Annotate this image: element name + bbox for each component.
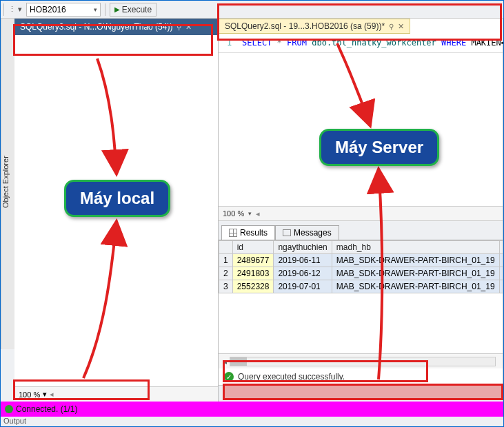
- cell-madh: MAB_SDK-DRAWER-PART-BIRCH_01_19: [332, 280, 499, 293]
- tab-messages[interactable]: Messages: [275, 225, 339, 240]
- scroll-left-icon[interactable]: ◂: [50, 390, 54, 399]
- cell-ngay: 2019-06-12: [274, 267, 332, 280]
- cell-id: 2491803: [232, 267, 274, 280]
- left-zoom-bar: 100 % ▾ ◂: [14, 386, 218, 402]
- connection-status-bar: Connected. (1/1): [1, 402, 503, 417]
- toolbar: ⋮ ▾ HOB2016 ▾ ▶ Execute: [1, 1, 503, 19]
- tab-title: SQLQuery2.sql - 19...3.HOB2016 (sa (59))…: [225, 21, 385, 31]
- message-icon: [283, 229, 291, 236]
- star: *: [277, 38, 282, 48]
- cell-m: 6: [499, 267, 503, 280]
- toolbar-sep: [3, 3, 4, 16]
- sql-editor[interactable]: 1 SELECT * FROM dbo.tbl_nhatky_workcente…: [219, 35, 503, 53]
- close-icon[interactable]: ✕: [398, 22, 404, 31]
- right-bottom-strip: [219, 385, 503, 402]
- col-rownum[interactable]: [219, 241, 233, 254]
- result-tabs: Results Messages: [219, 221, 503, 240]
- cell-ngay: 2019-06-11: [274, 254, 332, 267]
- cell-rownum: 3: [219, 280, 233, 293]
- check-icon: ✓: [224, 372, 234, 382]
- pin-icon[interactable]: ⚲: [389, 23, 394, 30]
- grid-icon: [229, 229, 237, 237]
- cell-id: 2552328: [232, 280, 274, 293]
- cell-rownum: 1: [219, 254, 233, 267]
- right-zoom-bar: 100 % ▾ ◂: [219, 206, 503, 221]
- scroll-left-icon[interactable]: ◂: [223, 357, 227, 366]
- tab-messages-label: Messages: [294, 228, 332, 238]
- cell-ngay: 2019-07-01: [274, 280, 332, 293]
- tab-results[interactable]: Results: [221, 225, 275, 240]
- cell-m: 6: [499, 280, 503, 293]
- object-explorer-label: Object Explorer: [1, 156, 10, 208]
- col-ngaythuchien[interactable]: ngaythuchien: [274, 241, 332, 254]
- execute-label: Execute: [122, 5, 152, 14]
- query-status-bar: ✓ Query executed successfully.: [219, 368, 503, 385]
- chevron-down-icon[interactable]: ▾: [43, 390, 47, 399]
- scrollbar-track[interactable]: [230, 357, 496, 366]
- connection-ok-icon: [5, 405, 13, 413]
- left-pane: SQLQuery3.sql - N...O\NguyenThao (54)) ⚲…: [14, 19, 219, 402]
- left-tabbar: SQLQuery3.sql - N...O\NguyenThao (54)) ⚲…: [14, 19, 218, 35]
- cell-id: 2489677: [232, 254, 274, 267]
- tab-sqlquery2[interactable]: SQLQuery2.sql - 19...3.HOB2016 (sa (59))…: [219, 19, 410, 34]
- kw-where: WHERE: [441, 38, 466, 48]
- kw-select: SELECT: [242, 38, 272, 48]
- toolbar-leading-icons: ⋮ ▾: [8, 5, 22, 14]
- table-row[interactable]: 325523282019-07-01MAB_SDK-DRAWER-PART-BI…: [219, 280, 503, 293]
- sql-col: MAKIEN: [471, 38, 501, 48]
- object-explorer-tab[interactable]: Object Explorer: [1, 19, 14, 349]
- close-icon[interactable]: ✕: [185, 23, 192, 32]
- scrollbar-thumb[interactable]: [230, 357, 247, 366]
- cell-madh: MAB_SDK-DRAWER-PART-BIRCH_01_19: [332, 254, 499, 267]
- tab-results-label: Results: [240, 228, 268, 238]
- database-dropdown-value: HOB2016: [30, 5, 66, 14]
- output-panel-label[interactable]: Output: [3, 417, 26, 426]
- query-status-text: Query executed successfully.: [238, 372, 345, 382]
- results-grid[interactable]: id ngaythuchien madh_hb m 124896772019-0…: [219, 240, 503, 353]
- cell-rownum: 2: [219, 267, 233, 280]
- play-icon: ▶: [114, 6, 120, 13]
- right-tabbar: SQLQuery2.sql - 19...3.HOB2016 (sa (59))…: [219, 19, 503, 35]
- sql-object: dbo.tbl_nhatky_workcenter: [312, 38, 436, 48]
- cell-m: 6: [499, 254, 503, 267]
- line-number: 1: [227, 38, 232, 48]
- table-row[interactable]: 224918032019-06-12MAB_SDK-DRAWER-PART-BI…: [219, 267, 503, 280]
- toolbar-sep: [105, 3, 105, 16]
- chevron-down-icon[interactable]: ▾: [248, 210, 252, 217]
- database-dropdown[interactable]: HOB2016 ▾: [26, 3, 101, 17]
- results-table: id ngaythuchien madh_hb m 124896772019-0…: [219, 240, 503, 293]
- pin-icon[interactable]: ⚲: [177, 23, 181, 31]
- col-m[interactable]: m: [499, 241, 503, 254]
- connection-status-text: Connected. (1/1): [16, 404, 77, 414]
- table-row[interactable]: 124896772019-06-11MAB_SDK-DRAWER-PART-BI…: [219, 254, 503, 267]
- chevron-down-icon: ▾: [94, 6, 97, 13]
- tab-title: SQLQuery3.sql - N...O\NguyenThao (54)): [20, 22, 172, 32]
- scroll-left-icon[interactable]: ◂: [256, 209, 260, 218]
- tab-sqlquery3[interactable]: SQLQuery3.sql - N...O\NguyenThao (54)) ⚲…: [14, 19, 218, 35]
- table-header-row: id ngaythuchien madh_hb m: [219, 241, 503, 254]
- main-panes: SQLQuery3.sql - N...O\NguyenThao (54)) ⚲…: [14, 19, 503, 402]
- sql-trail: =: [501, 38, 504, 48]
- left-editor-body[interactable]: [14, 35, 218, 386]
- col-id[interactable]: id: [232, 241, 274, 254]
- right-pane: SQLQuery2.sql - 19...3.HOB2016 (sa (59))…: [219, 19, 503, 402]
- left-zoom-value: 100 %: [19, 390, 40, 399]
- kw-from: FROM: [287, 38, 307, 48]
- grid-scrollbar[interactable]: ◂: [219, 353, 503, 368]
- cell-madh: MAB_SDK-DRAWER-PART-BIRCH_01_19: [332, 267, 499, 280]
- execute-button[interactable]: ▶ Execute: [110, 3, 157, 17]
- right-zoom-value: 100 %: [223, 209, 244, 218]
- col-madh-hb[interactable]: madh_hb: [332, 241, 499, 254]
